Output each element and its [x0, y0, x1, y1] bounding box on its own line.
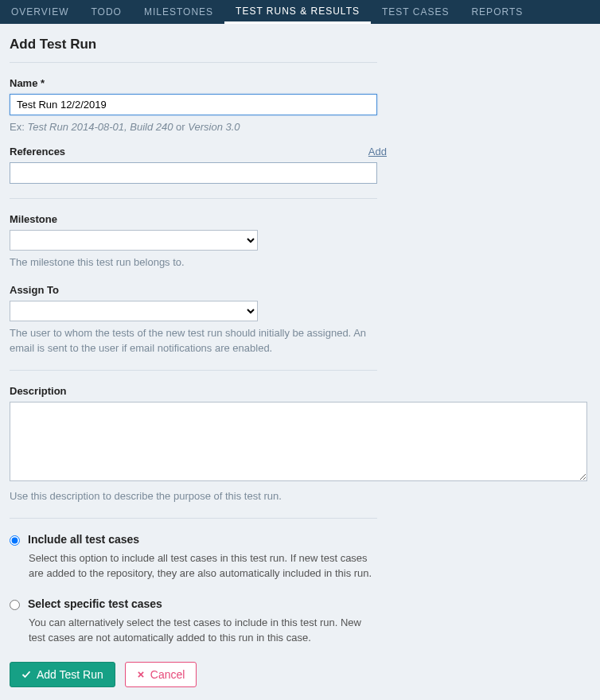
description-help: Use this description to describe the pur…	[10, 489, 590, 504]
top-nav: OVERVIEW TODO MILESTONES TEST RUNS & RES…	[0, 0, 600, 24]
include-all-label[interactable]: Include all test cases	[28, 533, 139, 546]
select-specific-radio[interactable]	[10, 600, 20, 610]
select-specific-help: You can alternatively select the test ca…	[29, 615, 379, 646]
select-specific-label[interactable]: Select specific test cases	[28, 597, 162, 610]
references-add-link[interactable]: Add	[368, 146, 387, 158]
include-all-section: Include all test cases Select this optio…	[10, 533, 590, 581]
select-specific-section: Select specific test cases You can alter…	[10, 597, 590, 646]
divider	[10, 518, 377, 519]
references-section: References Add	[10, 146, 590, 184]
include-all-radio[interactable]	[10, 535, 20, 546]
cancel-button[interactable]: Cancel	[125, 662, 197, 687]
assign-to-help: The user to whom the tests of the new te…	[10, 326, 377, 355]
add-test-run-button[interactable]: Add Test Run	[10, 662, 115, 687]
include-all-help: Select this option to include all test c…	[29, 550, 379, 581]
name-input[interactable]	[10, 94, 377, 115]
nav-overview[interactable]: OVERVIEW	[0, 0, 80, 24]
divider	[10, 370, 377, 371]
nav-milestones[interactable]: MILESTONES	[133, 0, 224, 24]
description-textarea[interactable]	[10, 402, 587, 481]
name-label: Name *	[10, 77, 590, 89]
milestone-label: Milestone	[10, 213, 590, 225]
description-section: Description Use this description to desc…	[10, 385, 590, 504]
milestone-help: The milestone this test run belongs to.	[10, 255, 590, 270]
check-icon	[21, 670, 31, 679]
assign-to-label: Assign To	[10, 284, 590, 296]
divider	[10, 62, 377, 63]
close-icon	[137, 671, 145, 679]
assign-to-section: Assign To The user to whom the tests of …	[10, 284, 590, 355]
name-section: Name * Ex: Test Run 2014-08-01, Build 24…	[10, 77, 590, 134]
references-input[interactable]	[10, 162, 377, 184]
nav-reports[interactable]: REPORTS	[460, 0, 534, 24]
name-help: Ex: Test Run 2014-08-01, Build 240 or Ve…	[10, 120, 590, 134]
divider	[10, 198, 377, 199]
description-label: Description	[10, 385, 590, 397]
milestone-select[interactable]	[10, 230, 258, 251]
milestone-section: Milestone The milestone this test run be…	[10, 213, 590, 270]
page-content: Add Test Run Name * Ex: Test Run 2014-08…	[0, 24, 600, 700]
button-row: Add Test Run Cancel	[10, 662, 590, 687]
nav-todo[interactable]: TODO	[80, 0, 132, 24]
nav-test-runs-results[interactable]: TEST RUNS & RESULTS	[224, 0, 371, 24]
assign-to-select[interactable]	[10, 301, 258, 321]
references-label: References	[10, 146, 65, 158]
nav-test-cases[interactable]: TEST CASES	[371, 0, 460, 24]
page-title: Add Test Run	[10, 37, 590, 52]
